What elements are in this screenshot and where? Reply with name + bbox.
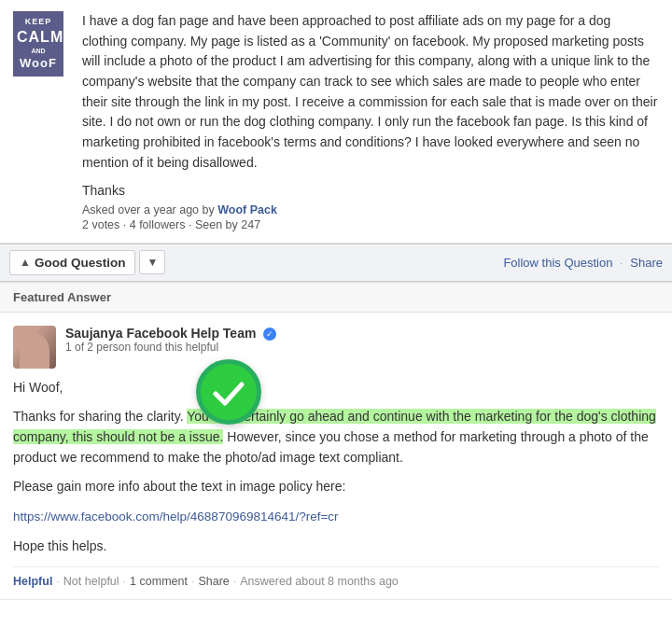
question-text: I have a dog fan page and have been appr… [82,11,659,174]
avatar-face [20,333,49,369]
author-link[interactable]: Woof Pack [217,203,277,216]
helpful-link[interactable]: Helpful [13,575,52,588]
thanks-line: Thanks [82,183,659,198]
share-answer-link[interactable]: Share [198,575,229,588]
answerer-name-line: Saujanya Facebook Help Team ✓ [65,326,659,341]
avatar [13,326,56,369]
action-bar: ▲ Good Question ▼ Follow this Question ·… [0,244,672,282]
answer-para1: Thanks for sharing the clarity. You can … [13,407,659,468]
logo-woof: WooF [17,56,60,72]
verified-icon: ✓ [263,328,276,341]
checkmark-badge [196,359,261,425]
action-right: Follow this Question · Share [503,256,663,270]
logo-box: KEEP CALM AND WooF [13,11,63,77]
answer-meta: Saujanya Facebook Help Team ✓ 1 of 2 per… [65,326,659,354]
answer-para3: Hope this helps. [13,537,659,557]
arrow-up-icon: ▲ [20,256,31,269]
logo-calm: CALM [17,28,60,48]
greeting: Hi Woof, [13,378,659,398]
question-body: I have a dog fan page and have been appr… [82,11,659,231]
answer-link-line: https://www.facebook.com/help/4688709698… [13,507,659,527]
answered-time: Answered about 8 months ago [240,575,399,588]
sep1: · [56,575,59,588]
answer-para2: Please gain more info about the text in … [13,477,659,497]
answer-container: Saujanya Facebook Help Team ✓ 1 of 2 per… [0,313,672,600]
team-label: Facebook Help Team [126,326,256,341]
checkmark-svg [210,373,247,411]
dropdown-arrow-button[interactable]: ▼ [139,250,165,274]
featured-answer-header: Featured Answer [0,282,672,313]
follow-question-link[interactable]: Follow this Question [503,256,612,270]
separator-dot: · [620,256,626,270]
checkmark-circle [196,359,261,425]
logo-and: AND [17,47,60,55]
logo-area: KEEP CALM AND WooF [13,11,71,231]
comment-link[interactable]: 1 comment [130,575,188,588]
question-container: KEEP CALM AND WooF I have a dog fan page… [0,0,672,244]
answer-footer: Helpful · Not helpful · 1 comment · Shar… [13,566,659,588]
good-question-label: Good Question [35,256,126,270]
answer-content: Hi Woof, Thanks for sharing the clarity.… [13,378,659,557]
logo-keep: KEEP [17,17,60,28]
sep2: · [123,575,126,588]
votes-line: 2 votes · 4 followers · Seen by 247 [82,218,659,231]
share-link[interactable]: Share [630,256,663,270]
answerer-name: Saujanya [65,326,122,341]
not-helpful-link[interactable]: Not helpful [63,575,119,588]
answer-top: Saujanya Facebook Help Team ✓ 1 of 2 per… [13,326,659,369]
featured-answer-label: Featured Answer [13,290,111,304]
sep4: · [233,575,236,588]
policy-link[interactable]: https://www.facebook.com/help/4688709698… [13,509,339,523]
meta-asked-label: Asked over a year ago by [82,203,215,216]
helpful-count: 1 of 2 person found this helpful [65,341,659,354]
sep3: · [191,575,194,588]
meta-asked-line: Asked over a year ago by Woof Pack [82,203,659,216]
para1-before: Thanks for sharing the clarity. [13,409,187,424]
good-question-button[interactable]: ▲ Good Question [9,250,135,275]
avatar-inner [13,326,56,369]
